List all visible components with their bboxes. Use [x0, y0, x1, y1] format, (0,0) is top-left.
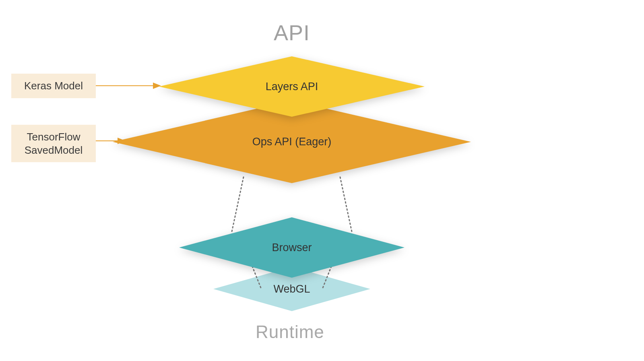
ops-api-label: Ops API (Eager) — [252, 136, 332, 148]
tf-line2: SavedModel — [25, 144, 83, 156]
tf-line1: TensorFlow — [27, 131, 80, 143]
tf-savedmodel-box: TensorFlow SavedModel — [11, 125, 96, 162]
keras-model-label: Keras Model — [24, 80, 83, 92]
keras-model-box: Keras Model — [11, 74, 96, 98]
webgl-label: WebGL — [273, 283, 310, 295]
runtime-title: Runtime — [256, 322, 324, 342]
layers-api-diamond: Layers API — [159, 56, 425, 117]
browser-diamond: Browser — [179, 217, 405, 278]
layers-api-label: Layers API — [266, 80, 318, 93]
browser-label: Browser — [272, 241, 312, 254]
api-title: API — [274, 20, 310, 45]
